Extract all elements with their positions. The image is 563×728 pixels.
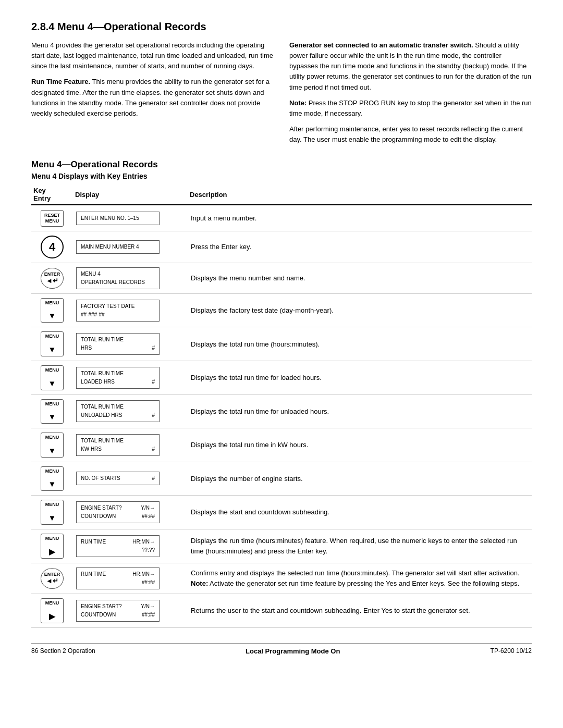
display-box: FACTORY TEST DATE##-###-## bbox=[76, 300, 160, 322]
description-text: Displays the total run time for unloaded… bbox=[191, 408, 329, 415]
display-cell: MAIN MENU NUMBER 4 bbox=[73, 231, 188, 263]
intro-right-p1: Generator set connected to an automatic … bbox=[289, 40, 532, 93]
description-cell: Displays the run time (hours:minutes) fe… bbox=[188, 529, 532, 563]
description-cell: Displays the total run time for unloaded… bbox=[188, 394, 532, 428]
display-box: TOTAL RUN TIMELOADED HRS# bbox=[76, 367, 160, 389]
display-box: ENGINE START?Y/N→COUNTDOWN##:## bbox=[76, 600, 160, 622]
display-cell: TOTAL RUN TIMELOADED HRS# bbox=[73, 361, 188, 395]
intro-left-p1: Menu 4 provides the generator set operat… bbox=[31, 40, 274, 71]
display-cell: ENGINE START?Y/N→COUNTDOWN##:## bbox=[73, 496, 188, 529]
display-cell: TOTAL RUN TIMEHRS# bbox=[73, 327, 188, 361]
description-text: Displays the menu number and name. bbox=[191, 274, 305, 282]
enter-key[interactable]: ENTER ◄↵ bbox=[41, 268, 64, 289]
menu-down-key[interactable]: MENU ▼ bbox=[41, 466, 64, 491]
key-entry-cell: MENU ▼ bbox=[31, 394, 73, 428]
description-text: Displays the factory test date (day-mont… bbox=[191, 306, 334, 314]
display-box: TOTAL RUN TIMEHRS# bbox=[76, 333, 160, 355]
display-box: MAIN MENU NUMBER 4 bbox=[76, 240, 160, 254]
menu-down-key[interactable]: MENU ▼ bbox=[41, 298, 64, 323]
intro-left: Menu 4 provides the generator set operat… bbox=[31, 40, 274, 150]
table-row: MENU ▼ TOTAL RUN TIMELOADED HRS#Displays… bbox=[31, 361, 532, 395]
key-entry-cell: RESETMENU bbox=[31, 205, 73, 231]
menu-right-key[interactable]: MENU ▶ bbox=[41, 534, 64, 559]
description-cell: Confirms entry and displays the selected… bbox=[188, 563, 532, 594]
footer-right: TP-6200 10/12 bbox=[491, 647, 532, 655]
description-cell: Displays the total run time (hours:minut… bbox=[188, 327, 532, 361]
menu-down-key[interactable]: MENU ▼ bbox=[41, 365, 64, 390]
key-entry-cell: ENTER ◄↵ bbox=[31, 263, 73, 293]
page-title: 2.8.4 Menu 4—Operational Records bbox=[31, 21, 532, 33]
table-row: MENU ▼ NO. OF STARTS#Displays the number… bbox=[31, 462, 532, 496]
table-row: ENTER ◄↵ RUN TIMEHR:MN→##:##Confirms ent… bbox=[31, 563, 532, 594]
key-entry-cell: MENU ▼ bbox=[31, 428, 73, 462]
display-box: TOTAL RUN TIMEKW HRS# bbox=[76, 434, 160, 456]
table-row: MENU ▼ TOTAL RUN TIMEUNLOADED HRS#Displa… bbox=[31, 394, 532, 428]
menu-down-key[interactable]: MENU ▼ bbox=[41, 500, 64, 525]
intro-right-p2: Note: Press the STOP PROG RUN key to sto… bbox=[289, 98, 532, 119]
intro-right: Generator set connected to an automatic … bbox=[289, 40, 532, 150]
footer-left: 86 Section 2 Operation bbox=[31, 647, 95, 655]
display-box: MENU 4OPERATIONAL RECORDS bbox=[76, 267, 160, 289]
description-cell: Returns the user to the start and countd… bbox=[188, 594, 532, 628]
key-table: KeyEntry Display Description RESETMENUEN… bbox=[31, 184, 532, 627]
number-4-key[interactable]: 4 bbox=[41, 236, 64, 258]
menu-sub-title: Menu 4 Displays with Key Entries bbox=[31, 172, 532, 180]
description-text: Returns the user to the start and countd… bbox=[191, 607, 470, 614]
table-row: 4MAIN MENU NUMBER 4Press the Enter key. bbox=[31, 231, 532, 263]
display-box: ENGINE START?Y/N→COUNTDOWN##:## bbox=[76, 501, 160, 523]
key-entry-cell: MENU ▼ bbox=[31, 462, 73, 496]
intro-section: Menu 4 provides the generator set operat… bbox=[31, 40, 532, 150]
description-cell: Displays the start and countdown subhead… bbox=[188, 496, 532, 529]
description-text: Displays the run time (hours:minutes) fe… bbox=[191, 537, 517, 555]
description-cell: Input a menu number. bbox=[188, 205, 532, 231]
display-box: NO. OF STARTS# bbox=[76, 472, 160, 485]
table-row: MENU ▶ RUN TIMEHR:MN→??:??Displays the r… bbox=[31, 529, 532, 563]
display-cell: MENU 4OPERATIONAL RECORDS bbox=[73, 263, 188, 293]
intro-left-p2: Run Time Feature. This menu provides the… bbox=[31, 77, 274, 119]
key-entry-cell: MENU ▼ bbox=[31, 361, 73, 395]
display-box: RUN TIMEHR:MN→??:?? bbox=[76, 535, 160, 557]
description-text: Displays the total run time (hours:minut… bbox=[191, 340, 320, 348]
menu-section-title: Menu 4—Operational Records bbox=[31, 159, 532, 170]
key-entry-cell: MENU ▼ bbox=[31, 293, 73, 327]
table-row: ENTER ◄↵ MENU 4OPERATIONAL RECORDSDispla… bbox=[31, 263, 532, 293]
col-header-description: Description bbox=[188, 184, 532, 205]
description-cell: Displays the menu number and name. bbox=[188, 263, 532, 293]
display-cell: FACTORY TEST DATE##-###-## bbox=[73, 293, 188, 327]
footer: 86 Section 2 Operation Local Programming… bbox=[31, 644, 532, 655]
menu-down-key[interactable]: MENU ▼ bbox=[41, 399, 64, 424]
display-cell: ENGINE START?Y/N→COUNTDOWN##:## bbox=[73, 594, 188, 628]
description-cell: Displays the number of engine starts. bbox=[188, 462, 532, 496]
menu-right-key[interactable]: MENU ▶ bbox=[41, 598, 64, 623]
display-cell: TOTAL RUN TIMEUNLOADED HRS# bbox=[73, 394, 188, 428]
key-entry-cell: 4 bbox=[31, 231, 73, 263]
description-cell: Displays the total run time in kW hours. bbox=[188, 428, 532, 462]
table-row: MENU ▼ FACTORY TEST DATE##-###-##Display… bbox=[31, 293, 532, 327]
col-header-key: KeyEntry bbox=[31, 184, 73, 205]
description-text: Displays the total run time for loaded h… bbox=[191, 374, 322, 381]
display-box: TOTAL RUN TIMEUNLOADED HRS# bbox=[76, 400, 160, 422]
menu-down-key[interactable]: MENU ▼ bbox=[41, 331, 64, 356]
key-entry-cell: MENU ▶ bbox=[31, 594, 73, 628]
footer-center: Local Programming Mode On bbox=[246, 647, 340, 655]
table-row: RESETMENUENTER MENU NO. 1–15Input a menu… bbox=[31, 205, 532, 231]
description-text: Press the Enter key. bbox=[191, 243, 251, 251]
menu-down-key[interactable]: MENU ▼ bbox=[41, 433, 64, 458]
description-text: Displays the total run time in kW hours. bbox=[191, 441, 308, 449]
table-row: MENU ▶ ENGINE START?Y/N→COUNTDOWN##:##Re… bbox=[31, 594, 532, 628]
key-entry-cell: MENU ▼ bbox=[31, 496, 73, 529]
reset-menu-key[interactable]: RESETMENU bbox=[41, 210, 64, 227]
col-header-display: Display bbox=[73, 184, 188, 205]
display-cell: ENTER MENU NO. 1–15 bbox=[73, 205, 188, 231]
key-entry-cell: MENU ▼ bbox=[31, 327, 73, 361]
display-box: ENTER MENU NO. 1–15 bbox=[76, 212, 160, 225]
description-cell: Displays the factory test date (day-mont… bbox=[188, 293, 532, 327]
display-cell: RUN TIMEHR:MN→##:## bbox=[73, 563, 188, 594]
description-text: Displays the start and countdown subhead… bbox=[191, 508, 329, 516]
description-text: Input a menu number. bbox=[191, 214, 256, 222]
table-row: MENU ▼ TOTAL RUN TIMEHRS#Displays the to… bbox=[31, 327, 532, 361]
intro-right-p3: After performing maintenance, enter yes … bbox=[289, 124, 532, 145]
enter-key[interactable]: ENTER ◄↵ bbox=[41, 568, 64, 589]
description-cell: Displays the total run time for loaded h… bbox=[188, 361, 532, 395]
description-text: Displays the number of engine starts. bbox=[191, 475, 303, 483]
